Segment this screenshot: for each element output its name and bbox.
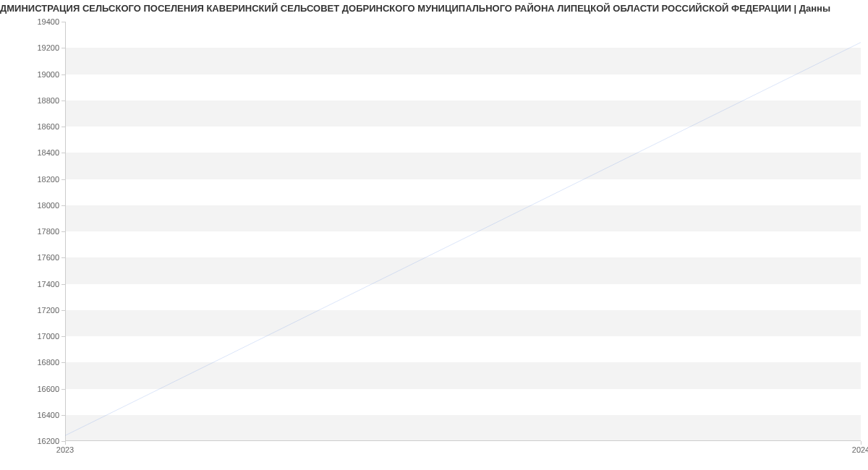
y-tick-label: 19400 [37, 17, 59, 26]
y-tick-mark [61, 179, 65, 180]
chart-container: ДМИНИСТРАЦИЯ СЕЛЬСКОГО ПОСЕЛЕНИЯ КАВЕРИН… [0, 0, 868, 470]
x-tick-label: 2023 [56, 445, 74, 454]
y-tick-mark [61, 205, 65, 206]
y-tick-mark [61, 74, 65, 75]
y-tick-mark [61, 22, 65, 22]
y-tick-label: 16600 [37, 385, 59, 393]
y-tick-label: 18800 [37, 96, 59, 105]
y-tick-label: 18200 [37, 175, 59, 184]
x-tick-mark [861, 441, 861, 445]
y-tick-label: 17600 [37, 253, 59, 262]
plot-area: 1620016400166001680017000172001740017600… [65, 22, 861, 441]
line-path [65, 43, 861, 436]
y-tick-label: 17200 [37, 306, 59, 315]
y-tick-label: 18400 [37, 148, 59, 157]
y-tick-mark [61, 48, 65, 48]
y-tick-label: 16200 [37, 437, 59, 445]
y-tick-mark [61, 362, 65, 363]
y-tick-mark [61, 336, 65, 337]
y-tick-label: 17000 [37, 332, 59, 341]
x-tick-label: 2024 [852, 445, 868, 454]
y-tick-label: 19000 [37, 70, 59, 79]
y-tick-mark [61, 257, 65, 258]
line-series [65, 22, 861, 441]
y-tick-mark [61, 389, 65, 390]
y-tick-label: 19200 [37, 43, 59, 52]
y-tick-label: 16400 [37, 411, 59, 419]
y-tick-mark [61, 127, 65, 127]
y-tick-mark [61, 415, 65, 416]
y-tick-mark [61, 310, 65, 311]
y-tick-label: 18000 [37, 201, 59, 210]
x-tick-mark [65, 441, 66, 445]
y-tick-label: 16800 [37, 358, 59, 367]
y-tick-label: 17800 [37, 227, 59, 236]
y-tick-label: 17400 [37, 280, 59, 289]
y-tick-mark [61, 153, 65, 153]
y-tick-mark [61, 231, 65, 232]
y-tick-mark [61, 284, 65, 285]
y-tick-mark [61, 101, 65, 101]
chart-title: ДМИНИСТРАЦИЯ СЕЛЬСКОГО ПОСЕЛЕНИЯ КАВЕРИН… [0, 0, 868, 17]
y-tick-label: 18600 [37, 122, 59, 131]
